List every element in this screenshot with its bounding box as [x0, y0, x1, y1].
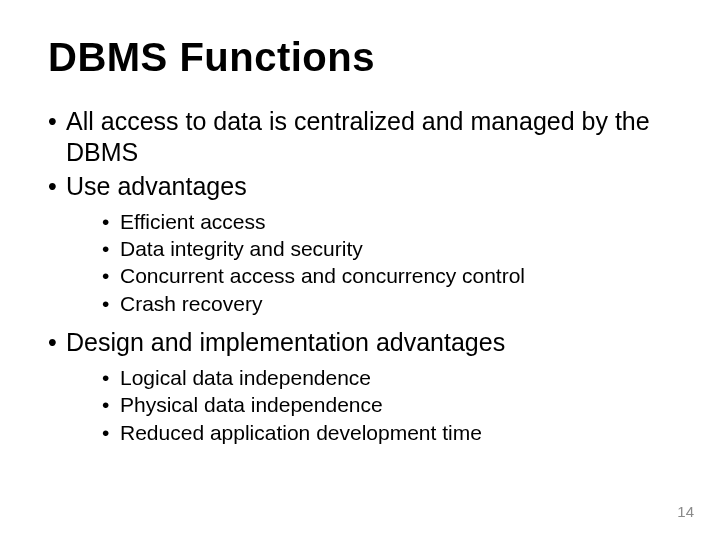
list-item-text: Data integrity and security	[120, 237, 363, 260]
list-item: Logical data independence	[102, 364, 672, 391]
slide: DBMS Functions All access to data is cen…	[0, 0, 720, 540]
bullet-list: All access to data is centralized and ma…	[48, 106, 672, 446]
list-item: Reduced application development time	[102, 419, 672, 446]
list-item-text: Crash recovery	[120, 292, 262, 315]
list-item-text: Efficient access	[120, 210, 266, 233]
list-item-text: Reduced application development time	[120, 421, 482, 444]
list-item-text: All access to data is centralized and ma…	[66, 107, 650, 166]
list-item-text: Design and implementation advantages	[66, 328, 505, 356]
slide-title: DBMS Functions	[48, 36, 672, 78]
list-item: Physical data independence	[102, 391, 672, 418]
list-item: All access to data is centralized and ma…	[48, 106, 672, 169]
list-item: Design and implementation advantages Log…	[48, 327, 672, 446]
list-item-text: Use advantages	[66, 172, 247, 200]
bullet-sublist: Efficient access Data integrity and secu…	[66, 208, 672, 317]
list-item-text: Concurrent access and concurrency contro…	[120, 264, 525, 287]
list-item: Use advantages Efficient access Data int…	[48, 171, 672, 317]
page-number: 14	[677, 503, 694, 520]
bullet-sublist: Logical data independence Physical data …	[66, 364, 672, 446]
list-item-text: Physical data independence	[120, 393, 383, 416]
list-item: Concurrent access and concurrency contro…	[102, 262, 672, 289]
list-item: Data integrity and security	[102, 235, 672, 262]
list-item: Efficient access	[102, 208, 672, 235]
list-item: Crash recovery	[102, 290, 672, 317]
list-item-text: Logical data independence	[120, 366, 371, 389]
